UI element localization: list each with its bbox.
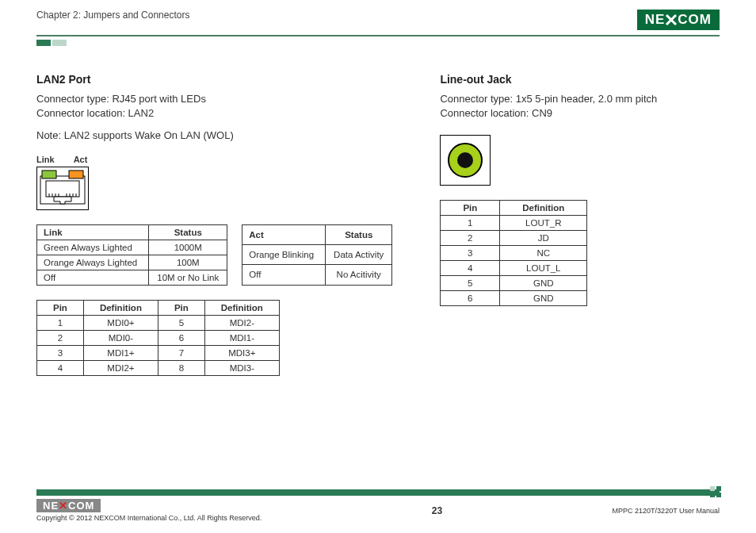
- table-row: Off10M or No Link: [37, 270, 227, 285]
- table-row: 5GND: [441, 276, 587, 291]
- page-footer: NE✕COM Copyright © 2012 NEXCOM Internati…: [36, 489, 720, 522]
- lineout-connector-location: Connector location: CN9: [440, 106, 720, 121]
- table-row: 4MDI2+8MDI3-: [37, 360, 280, 375]
- table-row: 1LOUT_R: [441, 216, 587, 231]
- lan2-title: LAN2 Port: [36, 73, 392, 86]
- footer-doc-title: MPPC 2120T/3220T User Manual: [613, 507, 720, 515]
- brand-logo-bottom: NE✕COM: [36, 499, 101, 512]
- rj45-diagram: Link Act: [36, 155, 392, 210]
- lan2-note: Note: LAN2 supports Wake On LAN (WOL): [36, 128, 392, 143]
- lineout-section: Line-out Jack Connector type: 1x5 5-pin …: [440, 73, 720, 376]
- page-header: Chapter 2: Jumpers and Connectors NE COM: [36, 10, 720, 33]
- svg-rect-3: [69, 171, 83, 178]
- footer-left: NE✕COM Copyright © 2012 NEXCOM Internati…: [36, 499, 262, 522]
- rj45-label-link: Link: [36, 155, 55, 164]
- lan2-connector-type: Connector type: RJ45 port with LEDs: [36, 92, 392, 106]
- tab-marks: [36, 40, 720, 46]
- table-row: 2MDI0-6MDI1-: [37, 330, 280, 345]
- chapter-title: Chapter 2: Jumpers and Connectors: [36, 10, 189, 21]
- brand-logo-top: NE COM: [637, 10, 720, 30]
- table-row: 4LOUT_L: [441, 261, 587, 276]
- table-row: 3NC: [441, 246, 587, 261]
- rj45-label-act: Act: [74, 155, 88, 164]
- svg-rect-2: [42, 171, 56, 178]
- table-row: Orange BlinkingData Activity: [242, 244, 392, 264]
- lan2-link-table: Link Status Green Always Lighted1000M Or…: [36, 224, 227, 286]
- svg-rect-4: [46, 181, 79, 197]
- footer-copyright: Copyright © 2012 NEXCOM International Co…: [36, 514, 262, 522]
- table-row: 2JD: [441, 231, 587, 246]
- rj45-port-icon: [40, 170, 86, 205]
- table-row: 3MDI1+7MDI3+: [37, 345, 280, 360]
- table-row: Orange Always Lighted100M: [37, 255, 227, 270]
- footer-rule: [36, 489, 720, 496]
- header-rule: [36, 35, 720, 36]
- logo-x-icon: [665, 13, 678, 26]
- table-row: 6GND: [441, 291, 587, 306]
- lineout-jack-icon: [440, 135, 491, 186]
- lan2-connector-location: Connector location: LAN2: [36, 106, 392, 121]
- table-row: Green Always Lighted1000M: [37, 240, 227, 255]
- lan2-act-table: Act Status Orange BlinkingData Activity …: [242, 224, 392, 286]
- lineout-pin-table: Pin Definition 1LOUT_R 2JD 3NC 4LOUT_L 5…: [440, 200, 587, 306]
- lineout-title: Line-out Jack: [440, 73, 720, 86]
- table-row: OffNo Acitivity: [242, 265, 392, 285]
- page-number: 23: [432, 505, 442, 516]
- lan2-pin-table: Pin Definition Pin Definition 1MDI0+5MDI…: [36, 300, 280, 376]
- table-row: 1MDI0+5MDI2-: [37, 315, 280, 330]
- lan2-section: LAN2 Port Connector type: RJ45 port with…: [36, 73, 392, 376]
- lineout-connector-type: Connector type: 1x5 5-pin header, 2.0 mm…: [440, 92, 720, 106]
- footer-ornament-icon: [710, 486, 721, 499]
